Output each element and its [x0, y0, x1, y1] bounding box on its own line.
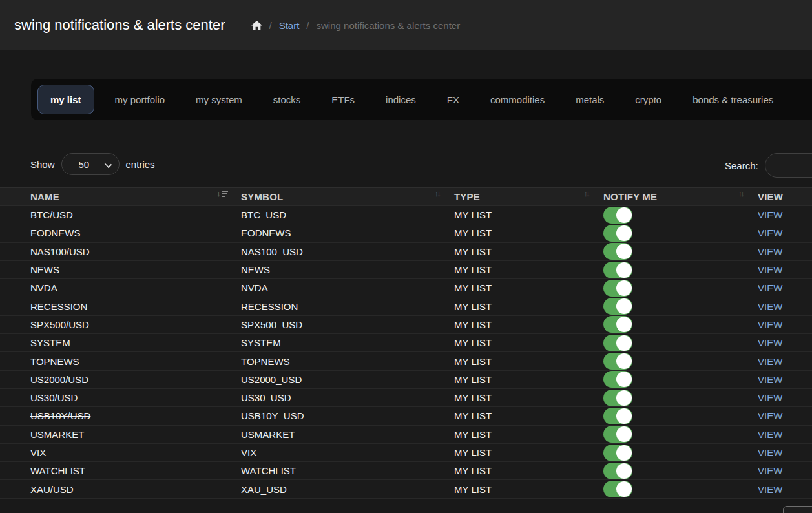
breadcrumb-link-start[interactable]: Start [279, 20, 300, 31]
view-link[interactable]: VIEW [758, 282, 782, 293]
sort-arrow-down-icon: ↓ [740, 189, 745, 198]
view-cell: VIEW [758, 206, 812, 224]
view-cell: VIEW [758, 389, 812, 406]
sort-icon[interactable]: ↑ ↓ [584, 189, 590, 199]
tab[interactable]: indices [370, 79, 432, 120]
table-row: SPX500/USD SPX500_USD MY LIST VIEW [0, 316, 812, 334]
type-cell: MY LIST [454, 297, 603, 315]
notify-cell [603, 334, 758, 351]
tab[interactable]: commodities [475, 79, 560, 120]
notify-toggle[interactable] [603, 408, 632, 424]
notify-toggle[interactable] [603, 445, 632, 461]
toggle-knob [616, 335, 632, 351]
symbol-cell: NAS100_USD [241, 243, 454, 260]
symbol-cell: SPX500_USD [241, 316, 454, 333]
page-title: swing notifications & alerts center [14, 17, 225, 34]
view-link[interactable]: VIEW [758, 337, 782, 348]
notify-toggle[interactable] [603, 225, 632, 242]
notify-toggle[interactable] [603, 298, 632, 315]
search-control: Search: [725, 152, 812, 178]
tab-label: crypto [635, 94, 661, 105]
search-input[interactable] [765, 153, 812, 178]
view-link[interactable]: VIEW [758, 227, 782, 238]
type-cell: MY LIST [454, 334, 603, 351]
tab[interactable]: my portfolio [99, 79, 181, 120]
home-icon[interactable] [251, 21, 262, 30]
name-cell: WATCHLIST [30, 462, 241, 479]
column-header[interactable]: NAME ↑ ↓ [30, 188, 241, 205]
column-header[interactable]: SYMBOL ↑ ↓ [241, 188, 454, 205]
name-cell: BTC/USD [30, 206, 241, 224]
notify-toggle[interactable] [603, 207, 632, 224]
sort-icon[interactable]: ↑ ↓ [738, 189, 745, 199]
search-label: Search: [725, 160, 758, 171]
column-header[interactable]: NOTIFY ME ↑ ↓ [603, 188, 758, 205]
sort-arrow-down-icon: ↓ [216, 189, 221, 198]
tab[interactable]: my system [180, 79, 258, 120]
notify-toggle[interactable] [603, 426, 632, 443]
notify-toggle[interactable] [603, 353, 632, 370]
view-link[interactable]: VIEW [758, 264, 782, 275]
tab-label: indices [386, 94, 416, 105]
view-cell: VIEW [758, 243, 812, 260]
toggle-knob [616, 481, 632, 497]
column-header[interactable]: VIEW [758, 188, 812, 205]
name-cell: RECESSION [30, 297, 241, 315]
column-header[interactable]: TYPE ↑ ↓ [454, 188, 603, 205]
view-cell: VIEW [758, 334, 812, 351]
view-link[interactable]: VIEW [758, 374, 782, 385]
view-link[interactable]: VIEW [758, 319, 782, 330]
view-link[interactable]: VIEW [758, 429, 782, 440]
table-row: EODNEWS EODNEWS MY LIST VIEW [0, 224, 812, 242]
view-link[interactable]: VIEW [758, 246, 782, 257]
name-cell: SYSTEM [30, 334, 241, 351]
table-row: XAU/USD XAU_USD MY LIST VIEW [0, 480, 812, 498]
view-link[interactable]: VIEW [758, 447, 782, 458]
symbol-cell: XAU_USD [241, 480, 454, 497]
view-link[interactable]: VIEW [758, 465, 782, 476]
bottom-right-cutoff-control[interactable] [783, 506, 812, 513]
type-cell: MY LIST [454, 462, 603, 479]
sort-arrow-down-icon: ↓ [437, 189, 441, 198]
name-cell: USB10Y/USD [30, 407, 241, 424]
notify-toggle[interactable] [603, 371, 632, 388]
notify-toggle[interactable] [603, 280, 632, 297]
show-label: Show [30, 159, 55, 170]
type-cell: MY LIST [454, 371, 603, 388]
table-row: SYSTEM SYSTEM MY LIST VIEW [0, 334, 812, 352]
notify-toggle[interactable] [603, 335, 632, 351]
notify-toggle[interactable] [603, 316, 632, 333]
tab[interactable]: FX [432, 79, 475, 120]
tab[interactable]: bonds & treasuries [677, 79, 789, 120]
name-cell: NAS100/USD [30, 243, 241, 260]
symbol-cell: SYSTEM [241, 334, 454, 351]
notify-toggle[interactable] [603, 243, 632, 260]
tab[interactable]: metals [560, 79, 619, 120]
symbol-cell: BTC_USD [241, 206, 454, 224]
toggle-knob [616, 225, 632, 241]
notify-cell [603, 243, 758, 260]
sort-icon[interactable]: ↑ ↓ [435, 189, 441, 199]
tab[interactable]: my list [37, 85, 94, 114]
type-cell: MY LIST [454, 243, 603, 260]
view-link[interactable]: VIEW [758, 392, 782, 403]
notify-toggle[interactable] [603, 481, 632, 497]
view-link[interactable]: VIEW [758, 484, 782, 495]
sort-icon[interactable]: ↑ ↓ [216, 189, 228, 199]
tab[interactable]: crypto [619, 79, 677, 120]
view-cell: VIEW [758, 261, 812, 278]
tab-label: my list [50, 94, 81, 105]
notify-cell [603, 297, 758, 315]
view-cell: VIEW [758, 279, 812, 297]
entries-per-page-select[interactable]: 50 [61, 153, 120, 175]
view-link[interactable]: VIEW [758, 356, 782, 367]
view-link[interactable]: VIEW [758, 301, 782, 312]
notify-cell [603, 389, 758, 406]
notify-toggle[interactable] [603, 463, 632, 479]
tab[interactable]: ETFs [316, 79, 370, 120]
tab[interactable]: stocks [258, 79, 317, 120]
view-link[interactable]: VIEW [758, 209, 782, 220]
notify-toggle[interactable] [603, 262, 632, 278]
view-link[interactable]: VIEW [758, 410, 782, 421]
notify-toggle[interactable] [603, 390, 632, 406]
